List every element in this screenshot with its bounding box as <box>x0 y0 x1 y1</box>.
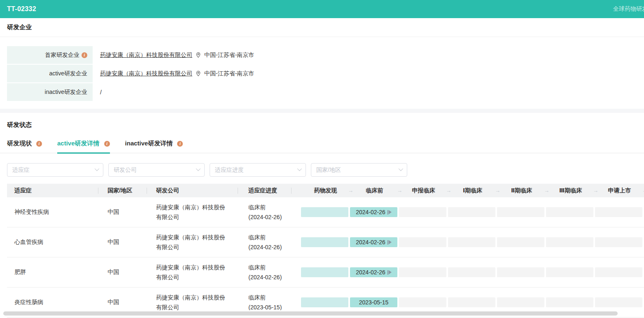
horizontal-scrollbar <box>0 310 644 317</box>
step-forward-icon[interactable] <box>387 210 392 215</box>
enterprise-label-text: active研发企业 <box>49 70 87 77</box>
stage-segment-preclinical[interactable]: 2024-02-26 <box>350 237 397 247</box>
cell-company: 药捷安康（南京）科技股份有限公司 <box>147 227 238 257</box>
stage-segment-preclinical[interactable]: 2023-05-15 <box>350 297 397 307</box>
stage-segment-empty <box>399 297 446 307</box>
select-placeholder: 适应症进度 <box>215 166 244 174</box>
col-header-region: 国家/地区 <box>98 184 147 197</box>
enterprise-row-active: active研发企业 药捷安康（南京）科技股份有限公司 中国-江苏省-南京市 <box>7 65 644 82</box>
section-separator <box>0 109 644 113</box>
cell-indication: 神经变性疾病 <box>7 197 98 227</box>
stage-segment-discovery <box>301 237 348 247</box>
stage-arrow-icon: → <box>544 187 549 194</box>
stage-segment-empty <box>399 207 446 217</box>
tab-rd-status[interactable]: 研发现状 <box>7 140 42 154</box>
cell-progress: 临床前 (2024-02-26) <box>238 227 292 257</box>
stage-arrow-icon: → <box>446 187 451 194</box>
filter-region-select[interactable]: 国家/地区 <box>311 163 407 177</box>
tab-active-rd-detail[interactable]: active研发详情 <box>57 140 110 154</box>
enterprise-label-text: inactive研发企业 <box>45 89 87 96</box>
stage-segment-discovery <box>301 297 348 307</box>
drug-detail-page: TT-02332 全球药物研发 研发企业 首家研发企业 药捷安康（南京）科技股份… <box>0 0 644 318</box>
scrollbar-thumb[interactable] <box>3 311 618 316</box>
filter-progress-select[interactable]: 适应症进度 <box>210 163 306 177</box>
select-placeholder: 适应症 <box>12 166 30 174</box>
col-header-ind-filing: 申报临床 → <box>399 184 448 197</box>
info-icon[interactable] <box>177 141 183 147</box>
stage-segment-empty <box>546 267 593 277</box>
tab-inactive-rd-detail[interactable]: inactive研发详情 <box>125 140 183 154</box>
info-icon[interactable] <box>104 141 110 147</box>
step-forward-icon[interactable] <box>387 270 392 275</box>
stage-segment-empty <box>595 207 642 217</box>
enterprise-label-text: 首家研发企业 <box>45 51 79 59</box>
chevron-down-icon <box>297 166 302 171</box>
enterprise-section-header: 研发企业 <box>0 18 644 37</box>
status-section-title: 研发状态 <box>7 121 644 129</box>
stage-segment-empty <box>497 297 544 307</box>
col-header-company: 研发公司 <box>147 184 238 197</box>
col-header-preclinical: 临床前 → <box>350 184 399 197</box>
col-header-progress: 适应症进度 <box>238 184 292 197</box>
stage-arrow-icon: → <box>397 187 402 194</box>
col-header-phase3: Ⅲ期临床 → <box>546 184 595 197</box>
col-header-drug-discovery: 药物发现 → <box>301 184 350 197</box>
table-row: 神经变性疾病 中国 药捷安康（南京）科技股份有限公司 临床前 (2024-02-… <box>7 197 644 227</box>
cell-progress: 临床前 (2024-02-26) <box>238 257 292 287</box>
progress-stage: 临床前 <box>248 292 266 302</box>
col-header-phase1: Ⅰ期临床 → <box>448 184 497 197</box>
stage-segment-empty <box>497 267 544 277</box>
cell-indication: 心血管疾病 <box>7 227 98 257</box>
stage-segment-empty <box>497 237 544 247</box>
filter-company-select[interactable]: 研发公司 <box>108 163 205 177</box>
table-row: 肥胖 中国 药捷安康（南京）科技股份有限公司 临床前 (2024-02-26) … <box>7 257 644 288</box>
filter-indication-select[interactable]: 适应症 <box>7 163 103 177</box>
enterprise-row-value: 药捷安康（南京）科技股份有限公司 中国-江苏省-南京市 <box>93 65 254 82</box>
enterprise-row-value: 药捷安康（南京）科技股份有限公司 中国-江苏省-南京市 <box>93 46 254 64</box>
stage-segment-empty <box>448 297 495 307</box>
stage-segment-discovery <box>301 207 348 217</box>
stage-segment-empty <box>448 237 495 247</box>
tab-label: 研发现状 <box>7 140 32 147</box>
filter-bar: 适应症 研发公司 适应症进度 国家/地区 <box>7 163 644 177</box>
info-icon[interactable] <box>82 52 87 58</box>
location-pin-icon <box>195 70 201 77</box>
pipeline-bar: 2024-02-26 <box>301 237 644 247</box>
stage-segment-empty <box>595 237 642 247</box>
top-bar: TT-02332 全球药物研发 <box>0 0 644 18</box>
chevron-down-icon <box>196 166 201 171</box>
company-link[interactable]: 药捷安康（南京）科技股份有限公司 <box>100 70 192 77</box>
enterprise-row-label: 首家研发企业 <box>7 46 93 64</box>
cell-progress: 临床前 (2024-02-26) <box>238 197 292 227</box>
pipeline-bar: 2024-02-26 <box>301 207 644 217</box>
company-location: 中国-江苏省-南京市 <box>204 51 254 59</box>
enterprise-row-label: inactive研发企业 <box>7 83 93 101</box>
segment-date: 2024-02-26 <box>356 239 385 246</box>
cell-region: 中国 <box>98 197 147 227</box>
info-icon[interactable] <box>36 141 42 147</box>
col-header-nda: 申请上市 → <box>595 184 644 197</box>
table-header: 适应症 国家/地区 研发公司 适应症进度 药物发现 → 临床前 → 申报临床 →… <box>7 184 644 197</box>
chevron-down-icon <box>95 166 99 171</box>
step-forward-icon[interactable] <box>387 240 392 245</box>
status-tabs: 研发现状 active研发详情 inactive研发详情 <box>0 140 644 153</box>
stage-segment-empty <box>546 297 593 307</box>
progress-date: (2024-02-26) <box>248 212 282 222</box>
enterprise-section-title: 研发企业 <box>7 23 32 31</box>
col-header-phase2: Ⅱ期临床 → <box>497 184 546 197</box>
stage-segment-preclinical[interactable]: 2024-02-26 <box>350 207 397 217</box>
stage-segment-empty <box>595 267 642 277</box>
stage-segment-empty <box>595 297 642 307</box>
cell-region: 中国 <box>98 257 147 287</box>
stage-column-headers: 药物发现 → 临床前 → 申报临床 → Ⅰ期临床 → Ⅱ期临床 → <box>301 184 644 197</box>
select-placeholder: 研发公司 <box>114 166 137 174</box>
stage-arrow-icon: → <box>348 187 353 194</box>
enterprise-row-inactive: inactive研发企业 / <box>7 83 644 101</box>
select-placeholder: 国家/地区 <box>316 166 341 174</box>
stage-segment-preclinical[interactable]: 2024-02-26 <box>350 267 397 277</box>
cell-company: 药捷安康（南京）科技股份有限公司 <box>147 197 238 227</box>
progress-stage: 临床前 <box>248 202 266 212</box>
stage-segment-empty <box>546 207 593 217</box>
company-link[interactable]: 药捷安康（南京）科技股份有限公司 <box>100 51 192 59</box>
top-bar-right-link[interactable]: 全球药物研发 <box>613 5 644 13</box>
